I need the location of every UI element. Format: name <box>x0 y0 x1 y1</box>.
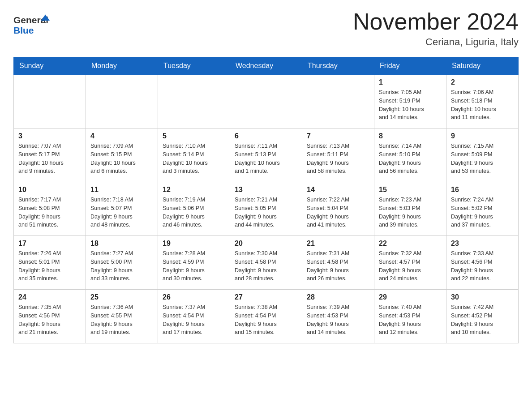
day-info: Sunrise: 7:37 AM Sunset: 4:54 PM Dayligh… <box>163 303 225 337</box>
calendar-cell: 4Sunrise: 7:09 AM Sunset: 5:15 PM Daylig… <box>86 128 158 182</box>
calendar-cell <box>14 75 86 128</box>
week-row-2: 3Sunrise: 7:07 AM Sunset: 5:17 PM Daylig… <box>14 128 519 182</box>
day-number: 26 <box>163 293 225 301</box>
logo-svg: General Blue <box>13 9 54 40</box>
day-number: 14 <box>307 186 369 194</box>
day-number: 24 <box>18 293 81 301</box>
day-info: Sunrise: 7:22 AM Sunset: 5:04 PM Dayligh… <box>307 196 369 229</box>
calendar-cell: 24Sunrise: 7:35 AM Sunset: 4:56 PM Dayli… <box>14 290 86 343</box>
calendar-cell: 23Sunrise: 7:33 AM Sunset: 4:56 PM Dayli… <box>446 236 519 290</box>
day-number: 27 <box>235 293 297 301</box>
day-info: Sunrise: 7:38 AM Sunset: 4:54 PM Dayligh… <box>235 303 297 337</box>
svg-text:Blue: Blue <box>13 25 34 35</box>
day-number: 13 <box>235 186 297 194</box>
day-number: 5 <box>163 132 225 140</box>
day-info: Sunrise: 7:07 AM Sunset: 5:17 PM Dayligh… <box>18 142 81 176</box>
day-number: 19 <box>163 240 225 248</box>
day-number: 21 <box>307 240 369 248</box>
calendar-cell: 13Sunrise: 7:21 AM Sunset: 5:05 PM Dayli… <box>230 182 302 236</box>
day-info: Sunrise: 7:23 AM Sunset: 5:03 PM Dayligh… <box>379 196 442 229</box>
day-info: Sunrise: 7:32 AM Sunset: 4:57 PM Dayligh… <box>379 249 442 283</box>
calendar-cell: 25Sunrise: 7:36 AM Sunset: 4:55 PM Dayli… <box>86 290 158 343</box>
calendar-cell: 6Sunrise: 7:11 AM Sunset: 5:13 PM Daylig… <box>230 128 302 182</box>
calendar-cell: 30Sunrise: 7:42 AM Sunset: 4:52 PM Dayli… <box>446 290 519 343</box>
day-info: Sunrise: 7:19 AM Sunset: 5:06 PM Dayligh… <box>163 196 225 229</box>
day-info: Sunrise: 7:18 AM Sunset: 5:07 PM Dayligh… <box>90 196 153 229</box>
location: Ceriana, Liguria, Italy <box>353 36 519 48</box>
calendar-cell: 19Sunrise: 7:28 AM Sunset: 4:59 PM Dayli… <box>158 236 230 290</box>
calendar-table: SundayMondayTuesdayWednesdayThursdayFrid… <box>13 57 519 343</box>
day-info: Sunrise: 7:10 AM Sunset: 5:14 PM Dayligh… <box>163 142 225 176</box>
calendar-cell: 5Sunrise: 7:10 AM Sunset: 5:14 PM Daylig… <box>158 128 230 182</box>
day-number: 25 <box>90 293 153 301</box>
day-number: 28 <box>307 293 369 301</box>
day-info: Sunrise: 7:05 AM Sunset: 5:19 PM Dayligh… <box>379 88 442 122</box>
calendar-cell: 17Sunrise: 7:26 AM Sunset: 5:01 PM Dayli… <box>14 236 86 290</box>
header-row: SundayMondayTuesdayWednesdayThursdayFrid… <box>14 57 519 75</box>
calendar-cell: 3Sunrise: 7:07 AM Sunset: 5:17 PM Daylig… <box>14 128 86 182</box>
day-number: 11 <box>90 186 153 194</box>
day-info: Sunrise: 7:13 AM Sunset: 5:11 PM Dayligh… <box>307 142 369 176</box>
logo: General Blue <box>13 9 54 40</box>
day-info: Sunrise: 7:31 AM Sunset: 4:58 PM Dayligh… <box>307 249 369 283</box>
day-number: 30 <box>451 293 514 301</box>
calendar-cell: 7Sunrise: 7:13 AM Sunset: 5:11 PM Daylig… <box>302 128 374 182</box>
calendar-cell: 14Sunrise: 7:22 AM Sunset: 5:04 PM Dayli… <box>302 182 374 236</box>
day-info: Sunrise: 7:27 AM Sunset: 5:00 PM Dayligh… <box>90 249 153 283</box>
day-number: 10 <box>18 186 81 194</box>
day-number: 1 <box>379 78 442 86</box>
day-info: Sunrise: 7:14 AM Sunset: 5:10 PM Dayligh… <box>379 142 442 176</box>
week-row-3: 10Sunrise: 7:17 AM Sunset: 5:08 PM Dayli… <box>14 182 519 236</box>
day-info: Sunrise: 7:36 AM Sunset: 4:55 PM Dayligh… <box>90 303 153 337</box>
week-row-4: 17Sunrise: 7:26 AM Sunset: 5:01 PM Dayli… <box>14 236 519 290</box>
calendar-cell: 22Sunrise: 7:32 AM Sunset: 4:57 PM Dayli… <box>374 236 446 290</box>
day-info: Sunrise: 7:39 AM Sunset: 4:53 PM Dayligh… <box>307 303 369 337</box>
day-info: Sunrise: 7:40 AM Sunset: 4:53 PM Dayligh… <box>379 303 442 337</box>
title-section: November 2024 Ceriana, Liguria, Italy <box>353 9 519 48</box>
calendar-cell: 18Sunrise: 7:27 AM Sunset: 5:00 PM Dayli… <box>86 236 158 290</box>
calendar-cell: 27Sunrise: 7:38 AM Sunset: 4:54 PM Dayli… <box>230 290 302 343</box>
day-number: 15 <box>379 186 442 194</box>
header-wednesday: Wednesday <box>230 57 302 75</box>
day-info: Sunrise: 7:21 AM Sunset: 5:05 PM Dayligh… <box>235 196 297 229</box>
calendar-cell: 29Sunrise: 7:40 AM Sunset: 4:53 PM Dayli… <box>374 290 446 343</box>
calendar-cell: 10Sunrise: 7:17 AM Sunset: 5:08 PM Dayli… <box>14 182 86 236</box>
calendar-cell: 8Sunrise: 7:14 AM Sunset: 5:10 PM Daylig… <box>374 128 446 182</box>
calendar-cell <box>86 75 158 128</box>
calendar-cell: 1Sunrise: 7:05 AM Sunset: 5:19 PM Daylig… <box>374 75 446 128</box>
calendar-cell: 11Sunrise: 7:18 AM Sunset: 5:07 PM Dayli… <box>86 182 158 236</box>
day-number: 22 <box>379 240 442 248</box>
calendar-cell <box>302 75 374 128</box>
day-info: Sunrise: 7:26 AM Sunset: 5:01 PM Dayligh… <box>18 249 81 283</box>
day-number: 23 <box>451 240 514 248</box>
day-number: 20 <box>235 240 297 248</box>
calendar-cell: 26Sunrise: 7:37 AM Sunset: 4:54 PM Dayli… <box>158 290 230 343</box>
day-info: Sunrise: 7:11 AM Sunset: 5:13 PM Dayligh… <box>235 142 297 176</box>
page-header: General Blue November 2024 Ceriana, Ligu… <box>13 9 519 48</box>
day-info: Sunrise: 7:24 AM Sunset: 5:02 PM Dayligh… <box>451 196 514 229</box>
day-number: 6 <box>235 132 297 140</box>
calendar-cell: 2Sunrise: 7:06 AM Sunset: 5:18 PM Daylig… <box>446 75 519 128</box>
week-row-5: 24Sunrise: 7:35 AM Sunset: 4:56 PM Dayli… <box>14 290 519 343</box>
header-tuesday: Tuesday <box>158 57 230 75</box>
day-info: Sunrise: 7:35 AM Sunset: 4:56 PM Dayligh… <box>18 303 81 337</box>
day-number: 9 <box>451 132 514 140</box>
day-info: Sunrise: 7:17 AM Sunset: 5:08 PM Dayligh… <box>18 196 81 229</box>
calendar-cell: 12Sunrise: 7:19 AM Sunset: 5:06 PM Dayli… <box>158 182 230 236</box>
day-number: 16 <box>451 186 514 194</box>
calendar-cell: 20Sunrise: 7:30 AM Sunset: 4:58 PM Dayli… <box>230 236 302 290</box>
calendar-cell <box>158 75 230 128</box>
day-info: Sunrise: 7:30 AM Sunset: 4:58 PM Dayligh… <box>235 249 297 283</box>
day-number: 2 <box>451 78 514 86</box>
header-monday: Monday <box>86 57 158 75</box>
day-number: 4 <box>90 132 153 140</box>
day-number: 8 <box>379 132 442 140</box>
day-number: 12 <box>163 186 225 194</box>
week-row-1: 1Sunrise: 7:05 AM Sunset: 5:19 PM Daylig… <box>14 75 519 128</box>
calendar-cell: 28Sunrise: 7:39 AM Sunset: 4:53 PM Dayli… <box>302 290 374 343</box>
header-thursday: Thursday <box>302 57 374 75</box>
month-title: November 2024 <box>353 9 519 34</box>
day-info: Sunrise: 7:06 AM Sunset: 5:18 PM Dayligh… <box>451 88 514 122</box>
calendar-cell: 21Sunrise: 7:31 AM Sunset: 4:58 PM Dayli… <box>302 236 374 290</box>
header-friday: Friday <box>374 57 446 75</box>
